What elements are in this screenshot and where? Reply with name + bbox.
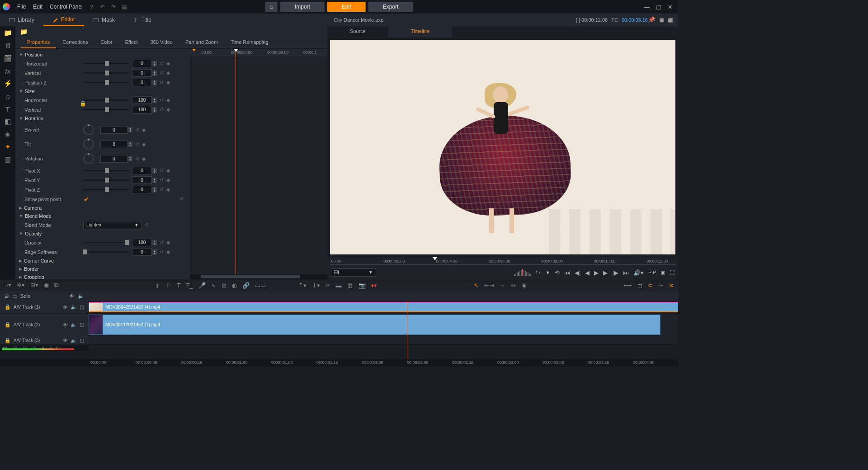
next-icon[interactable]: ▶ <box>603 269 608 276</box>
volume-icon[interactable]: 🔊▾ <box>633 269 644 276</box>
section-blend[interactable]: ▼Blend Mode <box>15 212 190 220</box>
tl-record-icon[interactable]: ◉ <box>44 282 49 289</box>
keyframe-icon[interactable]: ◆ <box>166 80 170 85</box>
tl-slip-icon[interactable]: ↔ <box>500 282 505 289</box>
shuttle-control[interactable] <box>514 269 531 276</box>
preview-tab-timeline[interactable]: Timeline <box>388 26 452 37</box>
tl-mixer-icon[interactable]: ⫼ <box>155 282 160 289</box>
reset-icon[interactable]: ↺ <box>160 97 164 103</box>
tl-slide-icon[interactable]: ⇔ <box>511 282 516 289</box>
reset-icon[interactable]: ↺ <box>160 80 164 85</box>
knob-swivel[interactable] <box>83 124 94 135</box>
lock-icon[interactable]: 🔒 <box>5 338 11 343</box>
menu-file[interactable]: File <box>14 2 29 12</box>
reset-icon[interactable]: ↺ <box>160 107 164 113</box>
value-swivel[interactable]: 0 <box>100 126 127 134</box>
tl-sync-icon[interactable]: ⤨ <box>669 282 674 289</box>
subtab-360[interactable]: 360 Video <box>144 37 179 48</box>
value-horizontal[interactable]: 0 <box>132 60 152 67</box>
home-button[interactable]: ⌂ <box>265 2 278 12</box>
keyframe-icon[interactable]: ◆ <box>166 107 170 113</box>
keyframe-playhead[interactable] <box>236 49 236 279</box>
value-pivy[interactable]: 0 <box>132 176 152 184</box>
tl-trash-main-icon[interactable]: ▬ <box>336 282 342 289</box>
reset-icon[interactable]: ↺ <box>160 187 164 193</box>
subtab-properties[interactable]: Properties <box>21 37 56 48</box>
export-button[interactable]: Export <box>368 2 413 12</box>
dual-icon[interactable]: ▣ <box>659 17 664 23</box>
slider-vertical[interactable] <box>83 72 128 74</box>
value-opacity[interactable]: 100 <box>132 239 152 246</box>
timeline-playhead[interactable] <box>407 301 407 359</box>
subtab-panzoom[interactable]: Pan and Zoom <box>179 37 224 48</box>
tl-gear-icon[interactable]: ✲▾ <box>17 282 25 289</box>
slider-pivy[interactable] <box>83 179 128 181</box>
minimize-icon[interactable]: — <box>644 4 650 10</box>
knob-rotation[interactable] <box>83 153 94 164</box>
keyframe-icon[interactable]: ◆ <box>142 141 146 147</box>
subtab-color[interactable]: Color <box>94 37 118 48</box>
value-vertical[interactable]: 0 <box>132 69 152 77</box>
tab-editor[interactable]: Editor <box>43 14 84 26</box>
tab-title[interactable]: TTitle <box>124 14 160 26</box>
tl-cut-out-icon[interactable]: ⤓▾ <box>312 282 320 289</box>
dropdown-blend[interactable]: Lighten▼ <box>83 221 142 229</box>
prev-icon[interactable]: ◀ <box>585 269 590 276</box>
timeline-ruler[interactable]: 00:00.00 00:00:00.08 00:00:00.16 00:00:0… <box>0 359 678 367</box>
tl-grid-icon[interactable]: ⊞ <box>222 282 226 289</box>
reset-icon[interactable]: ↺ <box>160 240 164 245</box>
edit-button[interactable]: Edit <box>327 2 366 12</box>
section-corner[interactable]: ▶Corner Curve <box>15 257 190 265</box>
reset-icon[interactable]: ↺ <box>135 127 139 133</box>
value-posz[interactable]: 0 <box>132 79 152 86</box>
monitor-icon[interactable]: ▢ <box>80 304 84 310</box>
speaker-icon[interactable]: 🔈 <box>71 322 77 328</box>
keyframe-ruler[interactable]: .00.00 00:00:04.00 00:00:08.00 00:00:1 <box>190 49 327 57</box>
undo-icon[interactable]: ↶ <box>99 4 106 10</box>
rail-flash-icon[interactable]: ⚡ <box>4 80 12 88</box>
subtab-timeremapping[interactable]: Time Remapping <box>224 37 274 48</box>
loop-icon[interactable]: ⟲ <box>555 269 560 276</box>
help-icon[interactable]: ? <box>89 4 95 10</box>
speaker-icon[interactable]: 🔈 <box>71 338 77 343</box>
prev-frame-icon[interactable]: ◀| <box>575 269 580 276</box>
speaker-all-icon[interactable]: 🔈 <box>78 293 84 299</box>
value-size-v[interactable]: 100 <box>132 106 152 113</box>
reset-icon[interactable]: ↺ <box>160 177 164 183</box>
monitor-icon[interactable]: ▢ <box>80 322 84 328</box>
value-pivx[interactable]: 0 <box>132 167 152 174</box>
menu-edit[interactable]: Edit <box>29 2 46 12</box>
play-icon[interactable]: ▶ <box>594 269 599 276</box>
reset-icon[interactable]: ↺ <box>145 222 149 228</box>
slider-opacity[interactable] <box>83 242 128 243</box>
section-size[interactable]: ▼Size <box>15 87 190 95</box>
reset-icon[interactable]: ↺ <box>160 61 164 66</box>
keyframe-icon[interactable]: ◆ <box>142 156 146 162</box>
keyframe-icon[interactable]: ◆ <box>166 70 170 76</box>
layout-icon[interactable]: ▦ <box>667 17 672 23</box>
tl-rec-icon[interactable]: ♦▾ <box>371 282 377 289</box>
slider-size-h[interactable] <box>83 99 128 101</box>
clip-2[interactable]: MOV08112021452 (1).mp4 <box>89 315 660 335</box>
maximize-icon[interactable]: ▢ <box>656 4 661 10</box>
page-icon[interactable]: ▤ <box>121 4 127 10</box>
slider-pivx[interactable] <box>83 170 128 171</box>
keyframe-icon[interactable]: ◆ <box>166 177 170 183</box>
section-position[interactable]: ▼Position <box>15 51 190 59</box>
rail-wand-icon[interactable]: ✦ <box>4 143 12 151</box>
reset-icon[interactable]: ↺ <box>160 168 164 174</box>
tl-circle-icon[interactable]: ◐ <box>232 282 237 289</box>
tl-magnet-icon[interactable]: ⊐ <box>637 282 642 289</box>
knob-tilt[interactable] <box>83 139 94 150</box>
keyframe-icon[interactable]: ◆ <box>166 249 170 255</box>
keyframe-start-marker[interactable] <box>192 49 196 52</box>
eye-icon[interactable]: 👁 <box>63 322 68 328</box>
keyframe-icon[interactable]: ◆ <box>142 127 146 133</box>
reset-icon[interactable]: ↺ <box>135 156 139 162</box>
keyframe-icon[interactable]: ◆ <box>166 240 170 245</box>
reset-icon[interactable]: ↺ <box>160 249 164 255</box>
rail-panel-icon[interactable]: ◧ <box>4 118 12 126</box>
reset-icon[interactable]: ↺ <box>160 70 164 76</box>
menu-control-panel[interactable]: Control Panel <box>46 2 86 12</box>
section-camera[interactable]: ▶Camera <box>15 204 190 212</box>
